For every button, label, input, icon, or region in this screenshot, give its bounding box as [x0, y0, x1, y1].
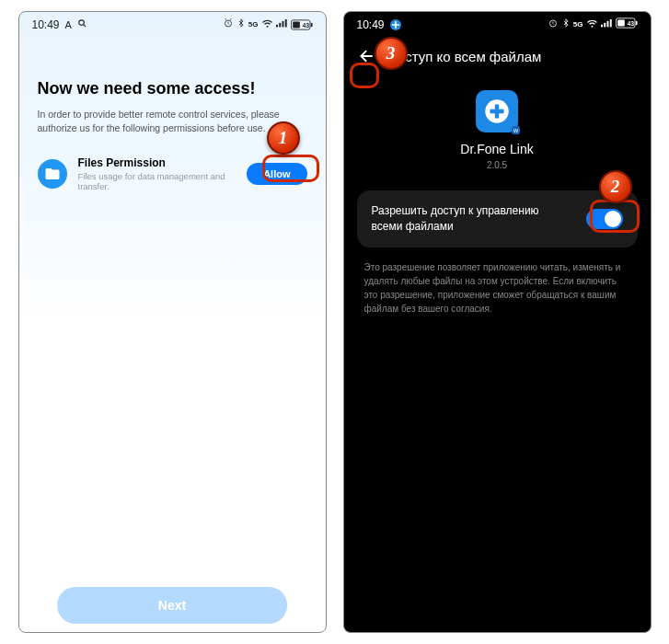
svg-rect-3	[279, 22, 281, 27]
next-button[interactable]: Next	[57, 587, 287, 624]
status-a-icon: A	[65, 19, 72, 30]
permission-row-files: Files Permission Files usage for data ma…	[38, 156, 307, 191]
back-button[interactable]	[357, 46, 377, 66]
wifi-icon	[261, 18, 273, 31]
folder-icon	[38, 159, 67, 189]
battery-icon: 43	[291, 19, 313, 30]
phone-left: 10:49 A 5G 43 Now we need	[18, 11, 327, 633]
bluetooth-icon	[561, 17, 571, 31]
wifi-icon	[586, 18, 598, 31]
svg-rect-4	[282, 20, 283, 27]
svg-rect-8	[310, 22, 312, 26]
toggle-file-access[interactable]	[586, 209, 623, 229]
status-time: 10:49	[357, 18, 385, 31]
status-bar-left: 10:49 A 5G 43	[19, 12, 326, 35]
permission-title: Files Permission	[78, 156, 236, 169]
svg-rect-17	[635, 21, 637, 25]
callout-3: 3	[375, 37, 408, 70]
app-version: 2.0.5	[344, 160, 651, 170]
signal-icon	[276, 18, 288, 31]
battery-icon: 43	[616, 17, 638, 31]
five-g-icon: 5G	[248, 20, 259, 29]
page-description: In order to provide better remote contro…	[38, 108, 307, 134]
permission-description: Это разрешение позволяет приложению чита…	[364, 260, 630, 316]
svg-rect-11	[601, 24, 603, 27]
arrow-left-icon	[358, 47, 376, 65]
status-time: 10:49	[32, 18, 60, 31]
svg-rect-16	[617, 20, 625, 27]
permission-text: Files Permission Files usage for data ma…	[78, 156, 236, 191]
status-search-icon	[77, 18, 87, 31]
svg-rect-2	[276, 24, 278, 27]
svg-rect-13	[606, 20, 608, 27]
callout-2: 2	[599, 170, 632, 203]
allow-button[interactable]: Allow	[247, 163, 306, 185]
svg-text:43: 43	[627, 20, 634, 27]
app-badge-icon	[390, 19, 401, 30]
alarm-icon	[548, 17, 559, 31]
svg-point-0	[79, 19, 85, 25]
svg-rect-14	[609, 18, 611, 26]
app-icon: w	[476, 90, 518, 132]
status-bar-right: 10:49 5G 43	[344, 12, 651, 35]
app-info: w Dr.Fone Link 2.0.5	[344, 90, 651, 170]
svg-rect-12	[604, 22, 606, 27]
permission-subtitle: Files usage for data management and tran…	[78, 171, 236, 191]
signal-icon	[601, 18, 613, 31]
callout-1: 1	[267, 121, 300, 155]
toggle-label: Разрешить доступ к управлению всеми файл…	[372, 203, 571, 235]
svg-text:43: 43	[302, 22, 309, 29]
svg-rect-5	[284, 18, 286, 26]
bluetooth-icon	[236, 17, 246, 31]
alarm-icon	[223, 17, 234, 31]
toggle-knob	[605, 211, 621, 227]
five-g-icon: 5G	[573, 20, 583, 29]
app-name: Dr.Fone Link	[344, 142, 651, 156]
svg-rect-7	[293, 21, 300, 28]
page-title: Доступ ко всем файлам	[388, 49, 542, 64]
page-title: Now we need some access!	[38, 79, 307, 98]
phone-right: 10:49 5G 43 До	[343, 11, 652, 633]
toggle-card-file-access: Разрешить доступ к управлению всеми файл…	[357, 190, 638, 247]
